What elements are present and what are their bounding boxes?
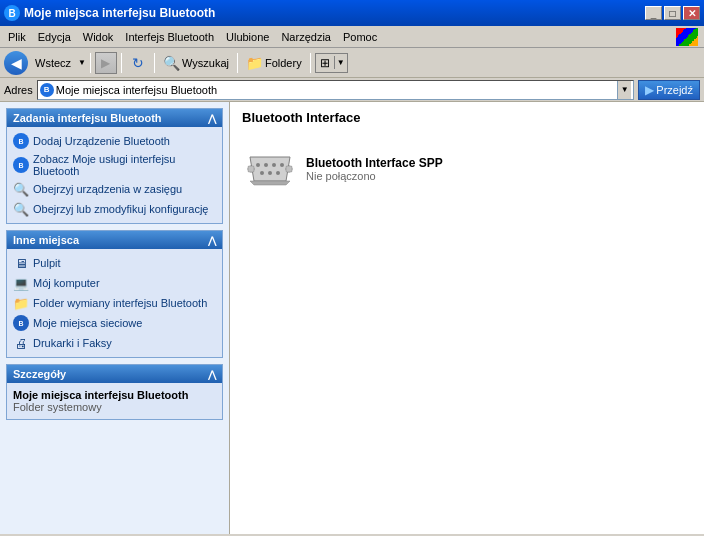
sidebar: Zadania interfejsu Bluetooth ⋀ B Dodaj U… xyxy=(0,102,230,534)
back-button[interactable]: ◀ xyxy=(4,51,28,75)
search-button[interactable]: 🔍 Wyszukaj xyxy=(159,53,233,73)
details-type: Folder systemowy xyxy=(13,401,216,413)
svg-point-7 xyxy=(276,171,280,175)
menu-plik[interactable]: Plik xyxy=(2,29,32,45)
go-arrow-icon: ▶ xyxy=(645,83,654,97)
link-config-text: Obejrzyj lub zmodyfikuj konfigurację xyxy=(33,203,208,215)
link-my-computer-text: Mój komputer xyxy=(33,277,100,289)
computer-icon: 💻 xyxy=(13,275,29,291)
svg-point-3 xyxy=(272,163,276,167)
toolbar-separator-3 xyxy=(154,53,155,73)
view-dropdown-arrow[interactable]: ▼ xyxy=(334,56,347,69)
device-info: Bluetooth Interface SPP Nie połączono xyxy=(306,156,443,182)
address-input-container[interactable]: B Moje miejsca interfejsu Bluetooth ▼ xyxy=(37,80,635,100)
toolbar-separator-5 xyxy=(310,53,311,73)
panel-tasks-content: B Dodaj Urządzenie Bluetooth B Zobacz Mo… xyxy=(7,127,222,223)
svg-point-1 xyxy=(256,163,260,167)
folders-button[interactable]: 📁 Foldery xyxy=(242,53,306,73)
toolbar-separator-4 xyxy=(237,53,238,73)
menu-ulubione[interactable]: Ulubione xyxy=(220,29,275,45)
panel-places-header: Inne miejsca ⋀ xyxy=(7,231,222,249)
panel-details: Szczegóły ⋀ Moje miejsca interfejsu Blue… xyxy=(6,364,223,420)
menu-edycja[interactable]: Edycja xyxy=(32,29,77,45)
maximize-button[interactable]: □ xyxy=(664,6,681,20)
link-bt-folder[interactable]: 📁 Folder wymiany interfejsu Bluetooth xyxy=(11,293,218,313)
windows-logo xyxy=(676,28,698,46)
link-services[interactable]: B Zobacz Moje usługi interfejsu Bluetoot… xyxy=(11,151,218,179)
forward-button[interactable]: ▶ xyxy=(95,52,117,74)
folder-bt-icon: 📁 xyxy=(13,295,29,311)
svg-point-6 xyxy=(268,171,272,175)
address-value: Moje miejsca interfejsu Bluetooth xyxy=(56,84,616,96)
panel-places-title: Inne miejsca xyxy=(13,234,79,246)
search-label: Wyszukaj xyxy=(182,57,229,69)
link-printers[interactable]: 🖨 Drukarki i Faksy xyxy=(11,333,218,353)
title-bar: B Moje miejsca interfejsu Bluetooth _ □ … xyxy=(0,0,704,26)
details-name: Moje miejsca interfejsu Bluetooth xyxy=(13,389,216,401)
panel-tasks-title: Zadania interfejsu Bluetooth xyxy=(13,112,162,124)
address-dropdown-arrow[interactable]: ▼ xyxy=(617,81,631,99)
content-title: Bluetooth Interface xyxy=(242,110,692,129)
minimize-button[interactable]: _ xyxy=(645,6,662,20)
link-desktop[interactable]: 🖥 Pulpit xyxy=(11,253,218,273)
svg-marker-0 xyxy=(250,157,290,181)
menu-pomoc[interactable]: Pomoc xyxy=(337,29,383,45)
back-label[interactable]: Wstecz xyxy=(30,51,76,75)
menu-narzedzia[interactable]: Narzędzia xyxy=(275,29,337,45)
bluetooth-icon-2: B xyxy=(13,157,29,173)
device-name: Bluetooth Interface SPP xyxy=(306,156,443,170)
panel-places-collapse[interactable]: ⋀ xyxy=(208,235,216,246)
view-grid-icon[interactable]: ⊞ xyxy=(316,54,334,72)
window-controls: _ □ ✕ xyxy=(645,6,700,20)
panel-tasks: Zadania interfejsu Bluetooth ⋀ B Dodaj U… xyxy=(6,108,223,224)
link-services-text: Zobacz Moje usługi interfejsu Bluetooth xyxy=(33,153,216,177)
folders-label: Foldery xyxy=(265,57,302,69)
serial-port-icon xyxy=(246,149,294,189)
panel-details-collapse[interactable]: ⋀ xyxy=(208,369,216,380)
panel-places: Inne miejsca ⋀ 🖥 Pulpit 💻 Mój komputer 📁… xyxy=(6,230,223,358)
link-bt-folder-text: Folder wymiany interfejsu Bluetooth xyxy=(33,297,207,309)
svg-point-4 xyxy=(280,163,284,167)
window-icon: B xyxy=(4,5,20,21)
close-button[interactable]: ✕ xyxy=(683,6,700,20)
go-button[interactable]: ▶ Przejdź xyxy=(638,80,700,100)
device-status: Nie połączono xyxy=(306,170,443,182)
network-icon: B xyxy=(13,315,29,331)
link-desktop-text: Pulpit xyxy=(33,257,61,269)
bluetooth-icon-1: B xyxy=(13,133,29,149)
desktop-icon: 🖥 xyxy=(13,255,29,271)
window-title: Moje miejsca interfejsu Bluetooth xyxy=(24,6,645,20)
refresh-button[interactable]: ↻ xyxy=(126,51,150,75)
panel-places-content: 🖥 Pulpit 💻 Mój komputer 📁 Folder wymiany… xyxy=(7,249,222,357)
device-item[interactable]: Bluetooth Interface SPP Nie połączono xyxy=(242,141,692,197)
link-add-device[interactable]: B Dodaj Urządzenie Bluetooth xyxy=(11,131,218,151)
go-label: Przejdź xyxy=(656,84,693,96)
link-my-computer[interactable]: 💻 Mój komputer xyxy=(11,273,218,293)
link-config[interactable]: 🔍 Obejrzyj lub zmodyfikuj konfigurację xyxy=(11,199,218,219)
svg-rect-10 xyxy=(248,166,254,172)
svg-marker-12 xyxy=(250,181,290,185)
view-button[interactable]: ⊞ ▼ xyxy=(315,53,348,73)
back-dropdown-arrow[interactable]: ▼ xyxy=(78,58,86,67)
toolbar-separator-2 xyxy=(121,53,122,73)
printer-icon: 🖨 xyxy=(13,335,29,351)
svg-point-2 xyxy=(264,163,268,167)
toolbar: ◀ Wstecz ▼ ▶ ↻ 🔍 Wyszukaj 📁 Foldery ⊞ ▼ xyxy=(0,48,704,78)
menu-interfejs-bluetooth[interactable]: Interfejs Bluetooth xyxy=(119,29,220,45)
panel-tasks-header: Zadania interfejsu Bluetooth ⋀ xyxy=(7,109,222,127)
search-icon-1: 🔍 xyxy=(13,181,29,197)
panel-details-title: Szczegóły xyxy=(13,368,66,380)
link-printers-text: Drukarki i Faksy xyxy=(33,337,112,349)
link-network-places-text: Moje miejsca sieciowe xyxy=(33,317,142,329)
link-view-devices[interactable]: 🔍 Obejrzyj urządzenia w zasięgu xyxy=(11,179,218,199)
link-add-device-text: Dodaj Urządzenie Bluetooth xyxy=(33,135,170,147)
address-bluetooth-icon: B xyxy=(40,83,54,97)
device-icon-container xyxy=(246,145,294,193)
menu-widok[interactable]: Widok xyxy=(77,29,120,45)
svg-rect-11 xyxy=(286,166,292,172)
panel-tasks-collapse[interactable]: ⋀ xyxy=(208,113,216,124)
search-icon-2: 🔍 xyxy=(13,201,29,217)
main-content: Zadania interfejsu Bluetooth ⋀ B Dodaj U… xyxy=(0,102,704,534)
link-network-places[interactable]: B Moje miejsca sieciowe xyxy=(11,313,218,333)
link-view-devices-text: Obejrzyj urządzenia w zasięgu xyxy=(33,183,182,195)
